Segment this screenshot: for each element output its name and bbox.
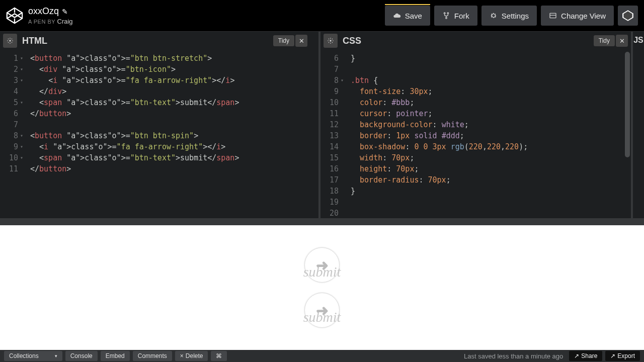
comments-button[interactable]: Comments [133, 351, 172, 361]
edit-title-icon[interactable]: ✎ [62, 8, 68, 16]
css-pane-title: CSS [343, 36, 361, 46]
editor-row: HTML Tidy ✕ 1234567891011 <button "a">cl… [0, 31, 644, 218]
fork-button[interactable]: Fork [434, 6, 477, 26]
css-pane: CSS Tidy ✕ 67891011121314151617181920 } … [318, 32, 631, 218]
js-pane-title: JS [633, 36, 643, 45]
js-pane-collapsed[interactable]: JS [631, 32, 644, 218]
css-gutter: 67891011121314151617181920 [320, 50, 342, 218]
css-tidy-button[interactable]: Tidy [594, 35, 615, 46]
html-pane-header: HTML Tidy ✕ [0, 32, 310, 50]
html-code-lines[interactable]: <button "a">class"o">="btn btn-stretch">… [21, 50, 310, 218]
export-label: Export [617, 352, 635, 359]
console-button[interactable]: Console [65, 351, 98, 361]
html-pane-title: HTML [22, 36, 47, 46]
change-view-button[interactable]: Change View [541, 6, 614, 26]
settings-label: Settings [502, 12, 529, 20]
profile-avatar[interactable] [618, 6, 638, 26]
html-pane: HTML Tidy ✕ 1234567891011 <button "a">cl… [0, 32, 310, 218]
share-button[interactable]: ↗ Share [569, 351, 602, 361]
css-pane-header: CSS Tidy ✕ [320, 32, 631, 50]
settings-button[interactable]: Settings [481, 6, 537, 26]
pen-title-block: oxxOzq ✎ A PEN BY Craig [28, 6, 73, 25]
chevron-down-icon: ▾ [55, 353, 57, 358]
pen-title: oxxOzq [28, 6, 59, 17]
html-gutter: 1234567891011 [0, 50, 21, 218]
vertical-resize-handle[interactable] [0, 218, 644, 225]
embed-button[interactable]: Embed [101, 351, 130, 361]
footer-bar: Collections▾ Console Embed Comments × De… [0, 350, 644, 362]
codepen-logo[interactable] [6, 7, 23, 24]
html-settings-button[interactable] [3, 34, 17, 48]
html-editor[interactable]: 1234567891011 <button "a">class"o">="btn… [0, 50, 310, 218]
gear-icon [490, 12, 498, 20]
fork-label: Fork [454, 12, 469, 20]
css-code-lines[interactable]: } .btn { font-size: 30px; color: #bbb; c… [342, 50, 631, 218]
pen-byline: A PEN BY Craig [28, 18, 73, 25]
css-close-button[interactable]: ✕ [616, 35, 628, 47]
shortcuts-button[interactable]: ⌘ [211, 351, 227, 361]
html-tidy-button[interactable]: Tidy [273, 35, 294, 46]
preview-button-spin[interactable]: ➜ submit [304, 293, 340, 328]
fork-icon [442, 12, 450, 20]
save-label: Save [405, 12, 422, 20]
css-editor[interactable]: 67891011121314151617181920 } .btn { font… [320, 50, 631, 218]
export-button[interactable]: ↗ Export [605, 351, 640, 361]
layout-icon [549, 12, 557, 20]
css-scrollbar[interactable] [625, 52, 630, 215]
cloud-icon [393, 12, 401, 20]
delete-label: Delete [186, 352, 203, 359]
html-close-button[interactable]: ✕ [295, 35, 307, 47]
save-button[interactable]: Save [385, 6, 430, 26]
preview-button-stretch[interactable]: ➜ submit [304, 247, 340, 283]
app-header: oxxOzq ✎ A PEN BY Craig Save Fork Settin… [0, 0, 644, 31]
delete-button[interactable]: × Delete [175, 351, 208, 361]
share-label: Share [581, 352, 597, 359]
collections-button[interactable]: Collections▾ [4, 351, 62, 361]
css-settings-button[interactable] [324, 34, 338, 48]
preview-button-label: submit [303, 264, 341, 280]
preview-button-label: submit [303, 309, 341, 325]
pen-author[interactable]: Craig [57, 18, 73, 25]
change-view-label: Change View [561, 12, 606, 20]
byline-prefix: A PEN BY [28, 19, 55, 25]
collections-label: Collections [9, 352, 39, 359]
preview-pane: ➜ submit ➜ submit [0, 225, 644, 350]
save-status: Last saved less than a minute ago [464, 352, 563, 360]
svg-point-2 [9, 40, 11, 42]
svg-point-3 [330, 40, 332, 42]
